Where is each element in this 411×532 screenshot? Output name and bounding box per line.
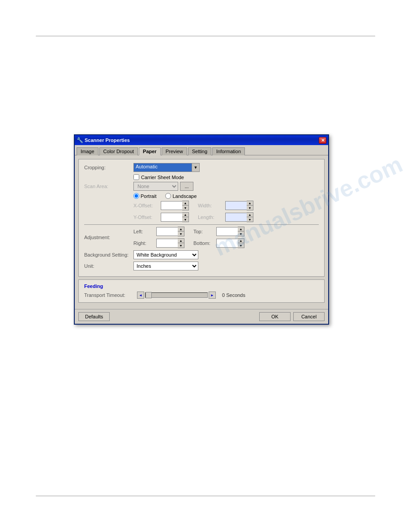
dialog-content: Cropping: Automatic ▼ Carrier Sheet Mode… xyxy=(75,155,328,309)
left-adjust-label: Left: xyxy=(133,229,154,234)
portrait-radio[interactable] xyxy=(133,193,139,199)
bottom-adjust-spinner-btns: ▲ ▼ xyxy=(238,238,244,248)
slider-left-arrow[interactable]: ◄ xyxy=(137,292,144,299)
transport-timeout-row: Transport Timeout: ◄ ► 0 Seconds xyxy=(84,292,319,299)
top-adjust-input[interactable]: 0.00 xyxy=(216,227,238,236)
bottom-divider xyxy=(36,496,375,496)
bottom-adjust-label: Bottom: xyxy=(193,240,214,246)
unit-combo: Inches Millimeters Pixels xyxy=(133,262,198,270)
y-offset-down[interactable]: ▼ xyxy=(182,217,188,222)
dialog-title: Scanner Properties xyxy=(85,137,130,143)
slider-bar[interactable] xyxy=(145,292,208,298)
feeding-panel: Feeding Transport Timeout: ◄ ► 0 Seconds xyxy=(78,279,325,303)
length-row: Length: 14.00 ▲ ▼ xyxy=(198,212,253,222)
bottom-adjust-spinner: 0.00 ▲ ▼ xyxy=(216,238,244,248)
length-spinner-btns: ▲ ▼ xyxy=(247,212,253,222)
bottom-adjust-down[interactable]: ▼ xyxy=(238,243,244,248)
left-adjust-down[interactable]: ▼ xyxy=(178,232,184,236)
scan-area-row: Scan Area: None Letter Legal A4 ... xyxy=(84,182,319,191)
bottom-adjust-up[interactable]: ▲ xyxy=(238,239,244,243)
right-adjust-up[interactable]: ▲ xyxy=(178,239,184,243)
x-offset-spinner-btns: ▲ ▼ xyxy=(182,201,189,210)
scan-area-controls: None Letter Legal A4 ... xyxy=(133,182,193,191)
title-bar-left: 🔧 Scanner Properties xyxy=(77,137,130,143)
background-setting-row: Background Setting: White Background Bla… xyxy=(84,250,319,259)
tab-setting[interactable]: Setting xyxy=(188,147,211,155)
tab-image[interactable]: Image xyxy=(77,147,98,155)
right-adjust-label: Right: xyxy=(133,240,154,246)
right-adjust-down[interactable]: ▼ xyxy=(178,243,184,248)
length-up[interactable]: ▲ xyxy=(247,213,253,217)
left-adjust-input[interactable]: 0.00 xyxy=(156,227,178,236)
right-adjust-spinner-btns: ▲ ▼ xyxy=(178,238,184,248)
y-offset-spinner: 0.00 ▲ ▼ xyxy=(161,212,189,222)
landscape-radio[interactable] xyxy=(165,193,171,199)
background-setting-select[interactable]: White Background Black Background xyxy=(133,250,198,259)
width-down[interactable]: ▼ xyxy=(247,206,253,210)
width-up[interactable]: ▲ xyxy=(247,201,253,206)
landscape-label: Landscape xyxy=(172,193,197,199)
y-offset-up[interactable]: ▲ xyxy=(182,213,188,217)
scan-area-select[interactable]: None Letter Legal A4 xyxy=(133,182,178,191)
x-offset-down[interactable]: ▼ xyxy=(182,206,188,210)
width-label: Width: xyxy=(198,203,223,208)
tab-preview[interactable]: Preview xyxy=(162,147,187,155)
top-divider xyxy=(36,36,375,36)
left-adjust-spinner: 0.00 ▲ ▼ xyxy=(156,227,184,236)
slider-right-arrow[interactable]: ► xyxy=(209,292,216,299)
cropping-combo: Automatic ▼ xyxy=(133,163,200,172)
length-input[interactable]: 14.00 xyxy=(225,213,247,222)
right-adjust-input[interactable]: 0.00 xyxy=(156,239,178,248)
defaults-button[interactable]: Defaults xyxy=(78,312,110,321)
close-button[interactable]: ✕ xyxy=(319,137,326,144)
top-adjust-up[interactable]: ▲ xyxy=(238,227,244,232)
offsets-dimensions-row: X-Offset: 0.00 ▲ ▼ Y-Off xyxy=(84,201,319,222)
left-adjust-spinner-btns: ▲ ▼ xyxy=(178,227,184,236)
top-adjust-spinner-btns: ▲ ▼ xyxy=(238,227,244,236)
unit-row: Unit: Inches Millimeters Pixels xyxy=(84,262,319,270)
left-adjust-row: Left: 0.00 ▲ ▼ xyxy=(133,227,184,236)
top-adjust-down[interactable]: ▼ xyxy=(238,232,244,236)
slider-thumb[interactable] xyxy=(146,292,152,298)
tabs-bar: Image Color Dropout Paper Preview Settin… xyxy=(75,145,328,155)
carrier-sheet-checkbox[interactable] xyxy=(133,174,139,180)
ok-cancel-group: OK Cancel xyxy=(259,312,325,321)
right-adjust-spinner: 0.00 ▲ ▼ xyxy=(156,238,184,248)
offset-right-col: Width: 8.50 ▲ ▼ Length: xyxy=(198,201,253,222)
portrait-label: Portrait xyxy=(141,193,156,199)
cropping-dropdown-arrow[interactable]: ▼ xyxy=(192,163,200,172)
feeding-title: Feeding xyxy=(84,283,319,289)
length-down[interactable]: ▼ xyxy=(247,217,253,222)
dialog-icon: 🔧 xyxy=(77,137,83,143)
top-adjust-label: Top: xyxy=(193,229,214,234)
cropping-input[interactable]: Automatic xyxy=(133,163,192,172)
panel-divider xyxy=(84,224,319,225)
title-bar: 🔧 Scanner Properties ✕ xyxy=(75,135,328,145)
adjustment-label: Adjustment: xyxy=(84,235,133,240)
tab-color-dropout[interactable]: Color Dropout xyxy=(99,147,138,155)
bottom-adjust-input[interactable]: 0.00 xyxy=(216,239,238,248)
cancel-button[interactable]: Cancel xyxy=(293,312,325,321)
tab-information[interactable]: Information xyxy=(212,147,245,155)
top-adjust-spinner: 0.00 ▲ ▼ xyxy=(216,227,244,236)
length-spinner: 14.00 ▲ ▼ xyxy=(225,212,253,222)
width-input[interactable]: 8.50 xyxy=(225,201,247,210)
scan-area-button[interactable]: ... xyxy=(180,182,193,191)
transport-slider-track: ◄ ► xyxy=(137,292,216,299)
left-adjust-up[interactable]: ▲ xyxy=(178,227,184,232)
offset-section: X-Offset: 0.00 ▲ ▼ Y-Off xyxy=(133,201,253,222)
x-offset-up[interactable]: ▲ xyxy=(182,201,188,206)
bottom-adjust-row: Bottom: 0.00 ▲ ▼ xyxy=(193,238,244,248)
unit-label: Unit: xyxy=(84,263,133,269)
top-adjust-row: Top: 0.00 ▲ ▼ xyxy=(193,227,244,236)
width-row: Width: 8.50 ▲ ▼ xyxy=(198,201,253,210)
y-offset-input[interactable]: 0.00 xyxy=(161,213,182,222)
tb-adjust-col: Top: 0.00 ▲ ▼ Bottom: xyxy=(193,227,244,248)
length-label: Length: xyxy=(198,215,223,220)
lr-adjust-col: Left: 0.00 ▲ ▼ Right: xyxy=(133,227,184,248)
tab-paper[interactable]: Paper xyxy=(139,147,161,155)
x-offset-input[interactable]: 0.00 xyxy=(161,201,182,210)
width-spinner: 8.50 ▲ ▼ xyxy=(225,201,253,210)
unit-select[interactable]: Inches Millimeters Pixels xyxy=(133,262,198,270)
ok-button[interactable]: OK xyxy=(259,312,291,321)
